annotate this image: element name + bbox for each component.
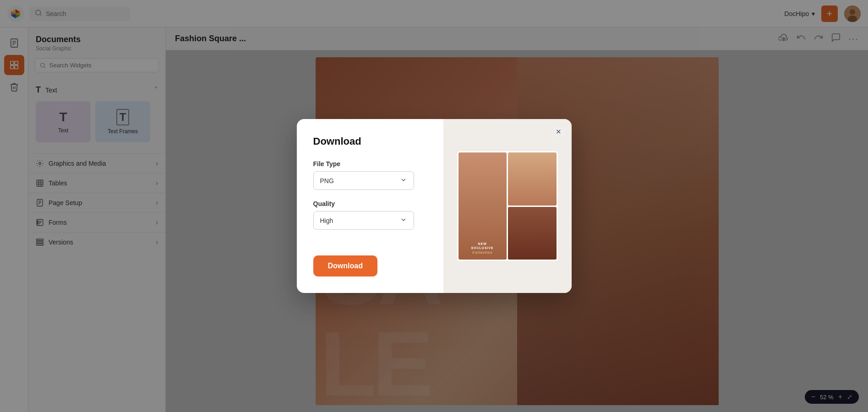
download-modal: Download File Type PNG Quality High	[297, 119, 572, 293]
file-type-field: File Type PNG	[313, 160, 427, 190]
quality-chevron-icon	[400, 216, 407, 225]
quality-field: Quality High	[313, 200, 427, 230]
modal-close-button[interactable]: ✕	[552, 125, 565, 138]
preview-cell-3	[508, 207, 557, 260]
modal-right: ✕ NEWEXCLUSIVECollection	[443, 119, 572, 293]
quality-label: Quality	[313, 200, 427, 207]
quality-select[interactable]: High	[313, 211, 414, 230]
modal-overlay[interactable]: Download File Type PNG Quality High	[0, 0, 868, 412]
download-button[interactable]: Download	[313, 255, 377, 276]
preview-cell-2	[508, 152, 557, 206]
file-type-value: PNG	[320, 177, 334, 184]
quality-value: High	[320, 217, 333, 224]
preview-grid: NEWEXCLUSIVECollection	[457, 151, 558, 261]
modal-title: Download	[313, 136, 427, 147]
preview-cell-1: NEWEXCLUSIVECollection	[459, 152, 507, 260]
close-icon: ✕	[556, 128, 562, 136]
file-type-select[interactable]: PNG	[313, 171, 414, 190]
file-type-chevron-icon	[400, 176, 407, 185]
file-type-label: File Type	[313, 160, 427, 168]
modal-left: Download File Type PNG Quality High	[297, 119, 443, 293]
